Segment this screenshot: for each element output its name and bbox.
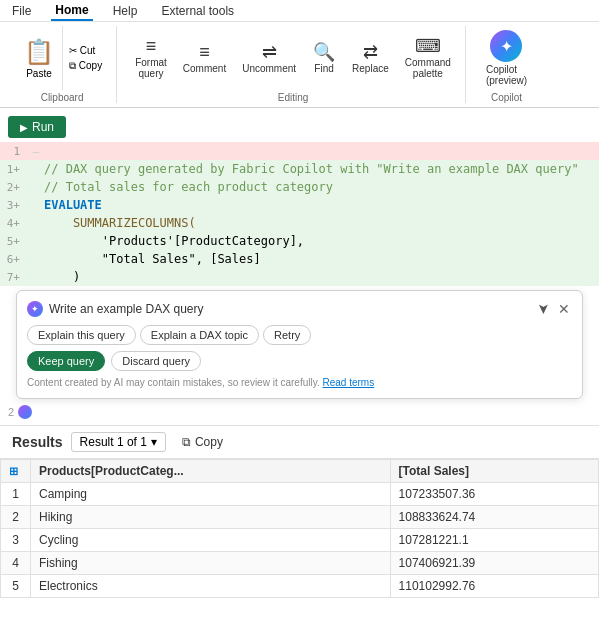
comment-button[interactable]: ≡ Comment bbox=[177, 39, 232, 78]
find-icon: 🔍 bbox=[313, 43, 335, 61]
code-line-5plus: 5+ 'Products'[ProductCategory], bbox=[0, 232, 599, 250]
comment-icon: ≡ bbox=[199, 43, 210, 61]
ai-disclaimer: Content created by AI may contain mistak… bbox=[27, 377, 572, 388]
row-num: 3 bbox=[1, 529, 31, 552]
code-line-2plus: 2+ // Total sales for each product categ… bbox=[0, 178, 599, 196]
ribbon: 📋 Paste ✂ Cut ⧉ Copy Clipboard ≡ Formatq… bbox=[0, 22, 599, 108]
row-num: 2 bbox=[1, 506, 31, 529]
table-row: 3 Cycling 107281221.1 bbox=[1, 529, 599, 552]
editing-group: ≡ Formatquery ≡ Comment ⇌ Uncomment 🔍 Fi… bbox=[121, 26, 466, 103]
col-header-icon: ⊞ bbox=[1, 460, 31, 483]
cut-icon: ✂ bbox=[69, 45, 77, 56]
menu-help[interactable]: Help bbox=[109, 2, 142, 20]
row-sales: 108833624.74 bbox=[390, 506, 598, 529]
copilot-icon: ✦ bbox=[490, 30, 522, 62]
ai-popup-header: ✦ Write an example DAX query ➤ ✕ bbox=[27, 301, 572, 317]
keep-query-button[interactable]: Keep query bbox=[27, 351, 105, 371]
row-category: Fishing bbox=[31, 552, 391, 575]
paste-icon: 📋 bbox=[24, 38, 54, 66]
row-sales: 107281221.1 bbox=[390, 529, 598, 552]
format-query-button[interactable]: ≡ Formatquery bbox=[129, 33, 173, 83]
find-label: Find bbox=[314, 63, 333, 74]
paste-label: Paste bbox=[26, 68, 52, 79]
find-button[interactable]: 🔍 Find bbox=[306, 39, 342, 78]
clipboard-group-label: Clipboard bbox=[41, 90, 84, 103]
ai-popup: ✦ Write an example DAX query ➤ ✕ Explain… bbox=[16, 290, 583, 399]
explain-dax-button[interactable]: Explain a DAX topic bbox=[140, 325, 259, 345]
editor-area: ▶ Run 1 — 1+ // DAX query generated by F… bbox=[0, 108, 599, 426]
copilot-label: Copilot(preview) bbox=[486, 64, 527, 86]
table-row: 1 Camping 107233507.36 bbox=[1, 483, 599, 506]
copilot-group: ✦ Copilot(preview) Copilot bbox=[470, 26, 543, 103]
row-num: 1 bbox=[1, 483, 31, 506]
row-category: Hiking bbox=[31, 506, 391, 529]
command-label: Commandpalette bbox=[405, 57, 451, 79]
command-icon: ⌨ bbox=[415, 37, 441, 55]
format-label: Formatquery bbox=[135, 57, 167, 79]
read-terms-link[interactable]: Read terms bbox=[323, 377, 375, 388]
code-line-3plus: 3+ EVALUATE bbox=[0, 196, 599, 214]
code-line-1: 1 — bbox=[0, 142, 599, 160]
copy-icon: ⧉ bbox=[69, 60, 76, 71]
results-header: Results Result 1 of 1 ▾ ⧉ Copy bbox=[0, 426, 599, 459]
discard-query-button[interactable]: Discard query bbox=[111, 351, 201, 371]
row-sales: 110102992.76 bbox=[390, 575, 598, 598]
copilot-group-label: Copilot bbox=[491, 90, 522, 103]
row-num: 4 bbox=[1, 552, 31, 575]
results-title: Results bbox=[12, 434, 63, 450]
col-header-category: Products[ProductCateg... bbox=[31, 460, 391, 483]
col-header-sales: [Total Sales] bbox=[390, 460, 598, 483]
ai-copilot-icon: ✦ bbox=[27, 301, 43, 317]
replace-icon: ⇄ bbox=[363, 43, 378, 61]
results-table: ⊞ Products[ProductCateg... [Total Sales]… bbox=[0, 459, 599, 598]
ai-popup-actions: Explain this query Explain a DAX topic R… bbox=[27, 325, 572, 345]
table-row: 4 Fishing 107406921.39 bbox=[1, 552, 599, 575]
menu-external-tools[interactable]: External tools bbox=[157, 2, 238, 20]
play-icon: ▶ bbox=[20, 122, 28, 133]
results-section: Results Result 1 of 1 ▾ ⧉ Copy ⊞ Product… bbox=[0, 426, 599, 598]
send-icon: ➤ bbox=[536, 303, 552, 315]
code-line-7plus: 7+ ) bbox=[0, 268, 599, 286]
row-category: Cycling bbox=[31, 529, 391, 552]
copilot-button[interactable]: ✦ Copilot(preview) bbox=[478, 26, 535, 90]
run-label: Run bbox=[32, 120, 54, 134]
cut-button[interactable]: ✂ Cut bbox=[67, 44, 104, 57]
explain-query-button[interactable]: Explain this query bbox=[27, 325, 136, 345]
row-category: Electronics bbox=[31, 575, 391, 598]
retry-button[interactable]: Retry bbox=[263, 325, 311, 345]
comment-label: Comment bbox=[183, 63, 226, 74]
row-num: 5 bbox=[1, 575, 31, 598]
uncomment-label: Uncomment bbox=[242, 63, 296, 74]
row-sales: 107233507.36 bbox=[390, 483, 598, 506]
table-row: 5 Electronics 110102992.76 bbox=[1, 575, 599, 598]
copy-button[interactable]: ⧉ Copy bbox=[67, 59, 104, 73]
ai-close-button[interactable]: ✕ bbox=[556, 301, 572, 317]
results-dropdown[interactable]: Result 1 of 1 ▾ bbox=[71, 432, 166, 452]
chevron-down-icon: ▾ bbox=[151, 435, 157, 449]
ai-send-button[interactable]: ➤ bbox=[538, 301, 550, 317]
row-sales: 107406921.39 bbox=[390, 552, 598, 575]
copy-icon: ⧉ bbox=[182, 435, 191, 449]
table-row: 2 Hiking 108833624.74 bbox=[1, 506, 599, 529]
menu-file[interactable]: File bbox=[8, 2, 35, 20]
line2-area: 2 bbox=[0, 403, 599, 421]
replace-button[interactable]: ⇄ Replace bbox=[346, 39, 395, 78]
code-editor[interactable]: 1 — 1+ // DAX query generated by Fabric … bbox=[0, 142, 599, 286]
result-label: Result 1 of 1 bbox=[80, 435, 147, 449]
row-category: Camping bbox=[31, 483, 391, 506]
replace-label: Replace bbox=[352, 63, 389, 74]
copy-results-button[interactable]: ⧉ Copy bbox=[182, 435, 223, 449]
editing-group-label: Editing bbox=[278, 90, 309, 103]
code-line-6plus: 6+ "Total Sales", [Sales] bbox=[0, 250, 599, 268]
paste-button[interactable]: 📋 Paste bbox=[16, 26, 63, 90]
menu-home[interactable]: Home bbox=[51, 1, 92, 21]
run-button[interactable]: ▶ Run bbox=[8, 116, 66, 138]
code-line-1plus: 1+ // DAX query generated by Fabric Copi… bbox=[0, 160, 599, 178]
clipboard-group: 📋 Paste ✂ Cut ⧉ Copy Clipboard bbox=[8, 26, 117, 103]
uncomment-icon: ⇌ bbox=[262, 43, 277, 61]
table-grid-icon: ⊞ bbox=[9, 465, 18, 477]
command-palette-button[interactable]: ⌨ Commandpalette bbox=[399, 33, 457, 83]
uncomment-button[interactable]: ⇌ Uncomment bbox=[236, 39, 302, 78]
code-line-4plus: 4+ SUMMARIZECOLUMNS( bbox=[0, 214, 599, 232]
menu-bar: File Home Help External tools bbox=[0, 0, 599, 22]
